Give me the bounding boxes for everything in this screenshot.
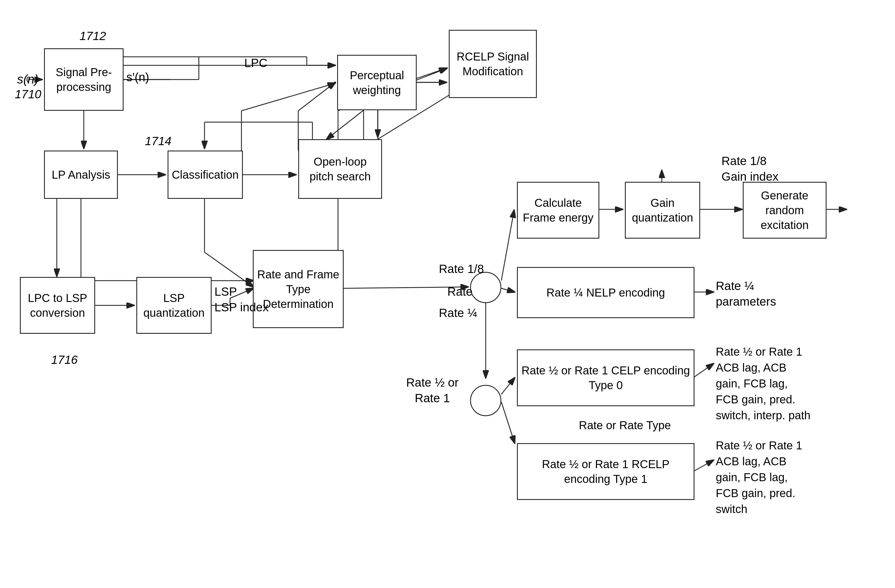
gain-quantization-box: Gain quantization — [625, 182, 700, 239]
perceptual-weighting-box: Perceptual weighting — [337, 55, 417, 110]
rcelp-signal-modification-box: RCELP Signal Modification — [449, 30, 537, 98]
lsp-label: LSP — [214, 284, 237, 300]
rate-frame-type-box: Rate and Frame Type Determination — [253, 250, 344, 328]
circle-node-2 — [470, 385, 501, 416]
svg-line-19 — [205, 252, 253, 287]
ref1712-label: 1712 — [79, 29, 106, 44]
rate-celp-type0-box: Rate ½ or Rate 1 CELP encoding Type 0 — [517, 349, 695, 406]
rcelp-signal-modification-label: RCELP Signal Modification — [452, 49, 533, 79]
rate-rcelp-type1-label: Rate ½ or Rate 1 RCELP encoding Type 1 — [520, 457, 691, 486]
svg-line-28 — [501, 210, 514, 280]
signal-preprocessing-label: Signal Pre-processing — [48, 65, 120, 94]
svg-line-31 — [501, 378, 515, 394]
ref1716-label: 1716 — [51, 352, 77, 368]
calculate-frame-energy-label: Calculate Frame energy — [520, 195, 596, 225]
rate-or-rate-type-label: Rate or Rate Type — [579, 418, 671, 433]
svg-line-44 — [241, 83, 335, 111]
lp-analysis-label: LP Analysis — [52, 167, 110, 182]
gain-quantization-label: Gain quantization — [629, 195, 696, 225]
lsp-index-label: LSP index — [214, 300, 269, 315]
open-loop-pitch-box: Open-loop pitch search — [298, 139, 382, 199]
lpc-label: LPC — [244, 55, 268, 71]
rate-frame-type-label: Rate and Frame Type Determination — [256, 267, 340, 311]
classification-label: Classification — [172, 167, 239, 182]
svg-line-39 — [693, 460, 713, 471]
rate-half-or1-label: Rate ½ orRate 1 — [406, 375, 458, 406]
spn-label: s'(n) — [126, 70, 149, 85]
rate14-nelp-box: Rate ¼ NELP encoding — [517, 267, 695, 318]
svg-line-52 — [327, 110, 364, 139]
lsp-quantization-label: LSP quantization — [140, 291, 208, 320]
rate14-params-label: Rate ¼parameters — [716, 278, 776, 309]
lpc-to-lsp-label: LPC to LSP conversion — [24, 291, 91, 320]
gain-index-label: Rate 1/8Gain index — [722, 153, 778, 184]
rate-half-or1-out1-label: Rate ½ or Rate 1ACB lag, ACBgain, FCB la… — [716, 344, 811, 423]
open-loop-pitch-label: Open-loop pitch search — [302, 154, 378, 184]
rate-half-or1-out2-label: Rate ½ or Rate 1ACB lag, ACBgain, FCB la… — [716, 438, 802, 517]
rate14-nelp-label: Rate ¼ NELP encoding — [546, 285, 665, 300]
ref1710-label: 1710 — [15, 86, 41, 102]
svg-line-38 — [693, 364, 713, 378]
rate-celp-type0-label: Rate ½ or Rate 1 CELP encoding Type 0 — [520, 363, 691, 393]
svg-line-32 — [501, 402, 515, 443]
rate-label: Rate — [448, 284, 473, 300]
lp-analysis-box: LP Analysis — [44, 150, 118, 199]
generate-random-excitation-label: Generate random excitation — [746, 188, 823, 232]
rate14-label: Rate ¼ — [439, 305, 477, 321]
diagram: Signal Pre-processing Perceptual weighti… — [0, 0, 895, 588]
classification-box: Classification — [168, 150, 243, 199]
rate-rcelp-type1-box: Rate ½ or Rate 1 RCELP encoding Type 1 — [517, 443, 695, 500]
rate18-label: Rate 1/8 — [439, 261, 484, 277]
perceptual-weighting-label: Perceptual weighting — [341, 68, 413, 97]
lsp-quantization-box: LSP quantization — [137, 277, 212, 334]
ref1714-label: 1714 — [145, 133, 171, 149]
signal-preprocessing-box: Signal Pre-processing — [44, 48, 124, 111]
sn-label: s(n) — [17, 71, 39, 87]
lpc-to-lsp-box: LPC to LSP conversion — [20, 277, 95, 334]
calculate-frame-energy-box: Calculate Frame energy — [517, 182, 599, 239]
svg-line-29 — [501, 288, 515, 292]
svg-line-41 — [298, 82, 335, 111]
generate-random-excitation-box: Generate random excitation — [743, 182, 827, 239]
